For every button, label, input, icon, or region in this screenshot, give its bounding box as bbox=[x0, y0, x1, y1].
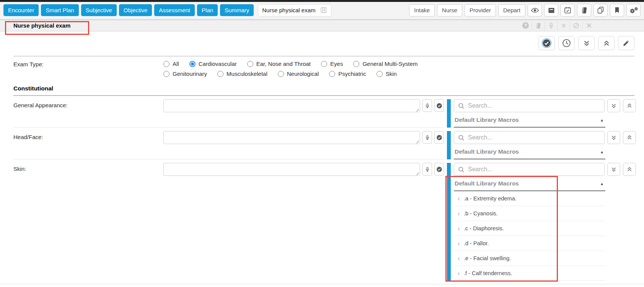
collapse-macros-button[interactable] bbox=[623, 163, 636, 176]
radio-circle[interactable] bbox=[278, 71, 284, 77]
macro-item[interactable]: ‹ .b - Cyanosis. bbox=[454, 206, 605, 221]
radio-circle[interactable] bbox=[247, 61, 253, 67]
book-button[interactable] bbox=[577, 4, 591, 16]
radio-circle[interactable] bbox=[321, 61, 327, 67]
macros-header[interactable]: Default Library Macros ▲ bbox=[454, 148, 605, 159]
radio-circle[interactable] bbox=[353, 61, 359, 67]
macro-item[interactable]: ‹ .e - Facial swelling. bbox=[454, 251, 605, 266]
nav-button-assessment[interactable]: Assessment bbox=[154, 4, 195, 16]
radio-circle-selected[interactable] bbox=[189, 61, 196, 67]
bookmark-button[interactable] bbox=[610, 4, 624, 16]
exam-row-general-appearance: General Appearance: bbox=[13, 96, 634, 128]
constitutional-heading: Constitutional bbox=[13, 85, 634, 96]
apply-field-button[interactable] bbox=[434, 131, 444, 144]
dictate-field-button[interactable] bbox=[422, 163, 432, 175]
history-button[interactable] bbox=[558, 36, 575, 50]
archive-box-button[interactable] bbox=[544, 4, 558, 16]
eye-button[interactable] bbox=[528, 4, 542, 16]
stage-button-nurse[interactable]: Nurse bbox=[437, 4, 462, 16]
stage-button-intake[interactable]: Intake bbox=[409, 4, 435, 16]
radio-option-musculoskeletal[interactable]: Musculoskeletal bbox=[217, 71, 267, 77]
macros-panel: Default Library Macros ▲ bbox=[447, 128, 637, 159]
dictate-field-button[interactable] bbox=[422, 131, 432, 144]
collapse-caret-icon[interactable]: ▲ bbox=[600, 182, 604, 186]
stage-button-depart[interactable]: Depart bbox=[498, 4, 525, 16]
book-icon bbox=[580, 7, 589, 14]
apply-all-button[interactable] bbox=[538, 36, 555, 50]
general-appearance-textarea[interactable] bbox=[163, 99, 420, 112]
settings-gears-button[interactable] bbox=[626, 4, 641, 16]
section-title-bar: Nurse physical exam ? bbox=[0, 20, 644, 31]
check-circle-icon bbox=[436, 134, 443, 141]
apply-field-button[interactable] bbox=[434, 99, 444, 112]
search-icon bbox=[458, 134, 465, 141]
macros-header-label: Default Library Macros bbox=[455, 148, 519, 155]
radio-label: All bbox=[173, 61, 179, 67]
section-divider bbox=[13, 56, 634, 56]
edit-button[interactable] bbox=[618, 36, 634, 50]
expand-macros-button[interactable] bbox=[607, 131, 620, 144]
expand-all-button[interactable] bbox=[578, 36, 595, 50]
nav-button-objective[interactable]: Objective bbox=[119, 4, 152, 16]
chevrons-down-icon bbox=[561, 22, 567, 29]
collapse-macros-button[interactable] bbox=[623, 99, 636, 112]
panel-body: Default Library Macros ▲ bbox=[454, 99, 637, 128]
save-icon[interactable] bbox=[320, 7, 327, 14]
close-section-button[interactable] bbox=[582, 21, 595, 30]
radio-option-ear-nose-throat[interactable]: Ear, Nose and Throat bbox=[247, 61, 311, 67]
macro-search-input[interactable] bbox=[454, 163, 604, 175]
chevron-left-icon: ‹ bbox=[458, 195, 460, 202]
search-row bbox=[454, 99, 637, 112]
collapse-caret-icon[interactable]: ▲ bbox=[600, 150, 604, 154]
pencil-icon bbox=[622, 39, 631, 48]
radio-option-general-multi-system[interactable]: General Multi-System bbox=[353, 61, 417, 67]
macros-header[interactable]: Default Library Macros ▲ bbox=[454, 116, 605, 128]
calendar-check-button[interactable] bbox=[561, 4, 575, 16]
nav-button-encounter[interactable]: Encounter bbox=[3, 4, 39, 16]
collapse-caret-icon[interactable]: ▲ bbox=[600, 118, 604, 122]
macros-header[interactable]: Default Library Macros ▲ bbox=[454, 180, 605, 191]
radio-option-skin[interactable]: Skin bbox=[377, 71, 397, 77]
radio-circle[interactable] bbox=[377, 71, 383, 77]
chevrons-down-icon bbox=[582, 39, 591, 48]
radio-option-neurological[interactable]: Neurological bbox=[278, 71, 319, 77]
radio-option-eyes[interactable]: Eyes bbox=[321, 61, 343, 67]
textarea-wrap bbox=[163, 131, 420, 146]
nav-button-smart-plan[interactable]: Smart Plan bbox=[41, 4, 78, 16]
nav-button-subjective[interactable]: Subjective bbox=[81, 4, 117, 16]
collapse-section-button[interactable] bbox=[557, 21, 570, 30]
radio-circle[interactable] bbox=[163, 61, 170, 67]
radio-circle[interactable] bbox=[217, 71, 223, 77]
disable-section-button[interactable] bbox=[570, 21, 582, 30]
nav-button-summary[interactable]: Summary bbox=[220, 4, 254, 16]
macro-item-label: .a - Extremity edema. bbox=[464, 195, 517, 202]
radio-option-genitourinary[interactable]: Genitourinary bbox=[163, 71, 207, 77]
collapse-all-button[interactable] bbox=[598, 36, 615, 50]
copy-pages-button[interactable] bbox=[593, 4, 608, 16]
macro-item[interactable]: ‹ .c - Diaphoresis. bbox=[454, 221, 605, 236]
dictate-field-button[interactable] bbox=[422, 99, 432, 112]
nav-button-plan[interactable]: Plan bbox=[197, 4, 218, 16]
radio-option-cardiovascular[interactable]: Cardiovascular bbox=[189, 61, 237, 67]
stage-button-provider[interactable]: Provider bbox=[465, 4, 496, 16]
library-button[interactable] bbox=[532, 21, 545, 30]
apply-field-button[interactable] bbox=[434, 163, 444, 175]
expand-macros-button[interactable] bbox=[607, 163, 620, 176]
macro-search-input[interactable] bbox=[454, 131, 604, 144]
radio-option-all[interactable]: All bbox=[163, 61, 179, 67]
radio-circle[interactable] bbox=[163, 71, 170, 77]
radio-circle[interactable] bbox=[329, 71, 335, 77]
expand-macros-button[interactable] bbox=[607, 99, 620, 112]
page-title: Nurse physical exam bbox=[13, 22, 70, 29]
help-button[interactable]: ? bbox=[519, 21, 532, 30]
note-title-box[interactable]: Nurse physical exam bbox=[258, 4, 331, 16]
macro-search-input[interactable] bbox=[454, 100, 604, 112]
radio-option-psychiatric[interactable]: Psychiatric bbox=[329, 71, 366, 77]
dictate-button[interactable] bbox=[545, 21, 557, 30]
macro-item[interactable]: ‹ .d - Pallor. bbox=[454, 236, 605, 251]
macro-item[interactable]: ‹ .f - Calf tenderness. bbox=[454, 266, 605, 281]
macro-item[interactable]: ‹ .a - Extremity edema. bbox=[454, 191, 605, 206]
collapse-macros-button[interactable] bbox=[623, 131, 636, 144]
head-face-textarea[interactable] bbox=[163, 131, 420, 144]
skin-textarea[interactable] bbox=[163, 163, 420, 176]
